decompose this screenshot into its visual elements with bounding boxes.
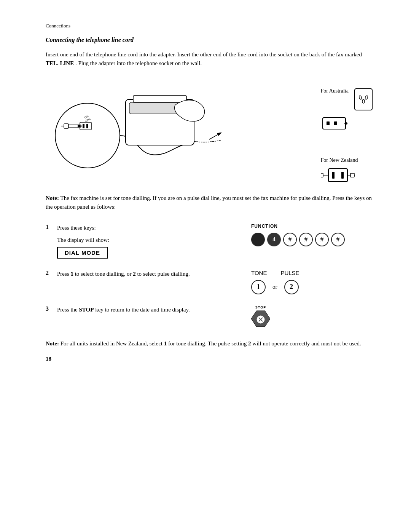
page-title: Connecting the telephone line cord (46, 37, 373, 43)
num-keys-row: 1 or 2 (251, 280, 299, 294)
step-2-number: 2 (46, 270, 54, 276)
diagram-labels: For Australia (321, 77, 373, 186)
note2: Note: For all units installed in New Zea… (46, 339, 373, 348)
step-1-number: 1 (46, 224, 54, 230)
svg-point-0 (55, 103, 120, 168)
key-1: 1 (251, 280, 266, 294)
step-1-row: 1 Press these keys: The display will sho… (46, 218, 373, 264)
step-1-text: Press these keys: (57, 224, 109, 232)
pulse-label: PULSE (280, 270, 299, 276)
step-2-row: 2 Press 1 to select tone dialling, or 2 … (46, 264, 373, 300)
diagram-area: TEL LINE (46, 77, 373, 186)
svg-point-17 (362, 99, 365, 103)
note1: Note: The fax machine is set for tone di… (46, 194, 373, 212)
step-3-content: 3 Press the STOP key to return to the da… (46, 305, 247, 314)
step-2-content: 2 Press 1 to select tone dialling, or 2 … (46, 270, 247, 278)
australia-label: For Australia (321, 88, 373, 134)
tone-pulse-labels: TONE PULSE (251, 270, 299, 276)
svg-rect-7 (64, 124, 68, 128)
svg-rect-3 (80, 122, 91, 130)
step-3-row: 3 Press the STOP key to return to the da… (46, 300, 373, 333)
stop-key-shape (251, 310, 270, 328)
section-label: Connections (46, 23, 373, 29)
key-hash-2: # (299, 233, 313, 246)
step-2-text: Press 1 to select tone dialling, or 2 to… (57, 270, 190, 278)
svg-rect-20 (327, 121, 330, 125)
step-1-content: 1 Press these keys: The display will sho… (46, 224, 247, 259)
stop-key-container: STOP (251, 305, 270, 328)
step-3-keys: STOP (251, 305, 373, 328)
svg-rect-23 (328, 169, 347, 182)
page-number: 18 (46, 356, 373, 362)
key-hash-3: # (315, 233, 329, 246)
nz-label: For New Zealand (321, 157, 373, 186)
svg-line-13 (209, 133, 221, 139)
fax-diagram: TEL LINE (46, 77, 309, 185)
svg-rect-25 (341, 172, 344, 179)
step-1-display-label: The display will show: (57, 236, 109, 244)
svg-rect-21 (334, 121, 337, 125)
key-2: 2 (284, 280, 299, 294)
svg-rect-29 (350, 173, 354, 177)
keys-row: 4 # # # # (251, 233, 345, 246)
dial-mode-display: DIAL MODE (57, 247, 108, 259)
intro-paragraph: Insert one end of the telephone line cor… (46, 50, 373, 67)
step-3-number: 3 (46, 305, 54, 312)
svg-rect-4 (83, 124, 84, 128)
key-4: 4 (267, 233, 281, 246)
stop-label: STOP (255, 305, 266, 309)
key-hash-4: # (331, 233, 345, 246)
svg-rect-5 (86, 124, 88, 128)
step-1-keys: FUNCTION 4 # # # # (251, 224, 373, 246)
tone-label: TONE (251, 270, 267, 276)
or-text: or (272, 284, 277, 290)
svg-rect-24 (332, 172, 335, 179)
key-hash-1: # (283, 233, 297, 246)
steps-container: 1 Press these keys: The display will sho… (46, 218, 373, 333)
svg-rect-12 (133, 96, 186, 102)
step-3-text: Press the STOP key to return to the date… (57, 305, 190, 314)
step-2-keys: TONE PULSE 1 or 2 (251, 270, 373, 294)
function-label: FUNCTION (251, 224, 278, 229)
function-key (251, 233, 265, 246)
svg-rect-27 (321, 173, 323, 177)
